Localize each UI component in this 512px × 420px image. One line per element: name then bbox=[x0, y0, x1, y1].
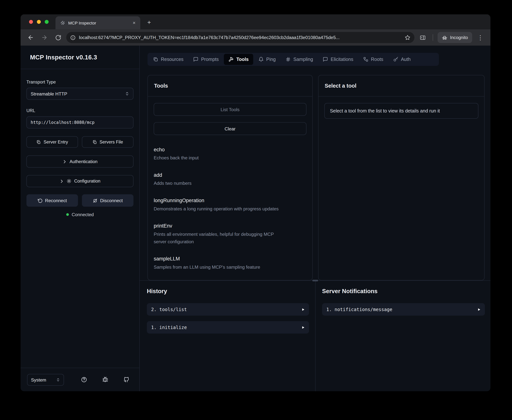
history-item[interactable]: 2. tools/list bbox=[147, 303, 309, 315]
resize-handle[interactable] bbox=[312, 280, 318, 281]
tools-panel: Tools List Tools Clear echo Echoes back … bbox=[147, 75, 313, 280]
tab-tools[interactable]: Tools bbox=[224, 54, 253, 65]
tool-list-item-add[interactable]: add Adds two numbers bbox=[154, 172, 306, 187]
tab-title: MCP Inspector bbox=[68, 20, 128, 25]
back-icon[interactable] bbox=[25, 32, 36, 43]
authentication-expander[interactable]: Authentication bbox=[26, 156, 133, 168]
history-item-label: 1. initialize bbox=[151, 325, 187, 330]
tool-detail-body: Select a tool from the list to view its … bbox=[319, 97, 484, 280]
tab-label: Sampling bbox=[293, 57, 313, 62]
transport-type-select[interactable]: Streamable HTTP bbox=[26, 88, 133, 100]
tool-list-item-longrunningoperation[interactable]: longRunningOperation Demonstrates a long… bbox=[154, 197, 306, 213]
incognito-label: Incognito bbox=[450, 35, 468, 40]
gear-icon bbox=[67, 179, 72, 183]
status-label: Connected bbox=[72, 212, 94, 217]
reconnect-button[interactable]: Reconnect bbox=[26, 194, 78, 207]
server-url-input[interactable] bbox=[26, 116, 133, 128]
github-icon[interactable] bbox=[123, 376, 130, 383]
tab-close-icon[interactable]: × bbox=[131, 20, 137, 26]
bookmark-star-icon[interactable] bbox=[405, 35, 411, 40]
minimize-window-button[interactable] bbox=[37, 20, 41, 24]
list-tools-button[interactable]: List Tools bbox=[154, 103, 306, 116]
address-bar[interactable]: localhost:6274/?MCP_PROXY_AUTH_TOKEN=ec1… bbox=[66, 32, 414, 43]
browser-tabstrip: MCP Inspector × + bbox=[21, 14, 490, 29]
server-entry-button[interactable]: Server Entry bbox=[26, 136, 78, 148]
copy-icon bbox=[37, 140, 41, 144]
tab-label: Ping bbox=[266, 57, 276, 62]
incognito-icon bbox=[442, 35, 448, 40]
chevron-up-down-icon bbox=[125, 91, 129, 96]
hammer-icon bbox=[229, 57, 234, 62]
close-window-button[interactable] bbox=[29, 20, 33, 24]
tool-list-item-samplellm[interactable]: sampleLLM Samples from an LLM using MCP'… bbox=[154, 255, 306, 271]
help-icon[interactable] bbox=[81, 376, 87, 383]
tab-label: Resources bbox=[161, 57, 183, 62]
url-text[interactable]: localhost:6274/?MCP_PROXY_AUTH_TOKEN=ec1… bbox=[79, 35, 401, 40]
tool-name: add bbox=[154, 172, 306, 179]
configuration-expander[interactable]: Configuration bbox=[26, 175, 133, 187]
browser-window: MCP Inspector × + localhost:6274/?MCP_PR… bbox=[21, 14, 490, 391]
forward-icon[interactable] bbox=[39, 32, 50, 43]
tab-label: Auth bbox=[401, 57, 411, 62]
chevron-right-icon bbox=[62, 159, 67, 164]
desktop: MCP Inspector × + localhost:6274/?MCP_PR… bbox=[0, 0, 512, 420]
browser-tab[interactable]: MCP Inspector × bbox=[55, 16, 140, 29]
expand-play-icon bbox=[301, 325, 305, 329]
tab-roots[interactable]: Roots bbox=[359, 54, 388, 65]
servers-file-label: Servers File bbox=[99, 140, 123, 144]
workflow-icon bbox=[363, 57, 368, 62]
tab-prompts[interactable]: Prompts bbox=[189, 54, 223, 65]
tab-auth[interactable]: Auth bbox=[389, 54, 415, 65]
message-square-icon bbox=[323, 57, 328, 62]
main-content: Resources Prompts Tools Ping bbox=[140, 45, 490, 391]
configuration-label: Configuration bbox=[74, 179, 100, 183]
status-dot bbox=[66, 213, 69, 216]
history-item[interactable]: 1. initialize bbox=[147, 321, 309, 333]
history-item-label: 2. tools/list bbox=[151, 307, 187, 312]
theme-value: System bbox=[31, 377, 46, 382]
tab-elicitations[interactable]: Elicitations bbox=[318, 54, 358, 65]
bug-icon[interactable] bbox=[102, 376, 108, 383]
site-info-icon[interactable] bbox=[70, 35, 76, 40]
tool-description: Samples from an LLM using MCP's sampling… bbox=[154, 263, 306, 271]
zoom-window-button[interactable] bbox=[45, 20, 49, 24]
tab-sampling[interactable]: Sampling bbox=[281, 54, 318, 65]
tool-list-item-printenv[interactable]: printEnv Prints all environment variable… bbox=[154, 222, 306, 246]
notification-item-label: 1. notifications/message bbox=[326, 307, 392, 312]
tab-ping[interactable]: Ping bbox=[254, 54, 280, 65]
server-notifications-title: Server Notifications bbox=[322, 288, 485, 295]
tool-name: sampleLLM bbox=[154, 255, 306, 262]
new-tab-button[interactable]: + bbox=[145, 18, 153, 27]
panels-row: Tools List Tools Clear echo Echoes back … bbox=[147, 75, 485, 280]
disconnect-button[interactable]: Disconnect bbox=[82, 194, 134, 207]
tool-detail-placeholder: Select a tool from the list to view its … bbox=[324, 103, 479, 119]
disconnect-icon bbox=[92, 198, 97, 203]
tool-description: Adds two numbers bbox=[154, 180, 306, 187]
server-notifications-section: Server Notifications 1. notifications/me… bbox=[315, 281, 490, 391]
tab-label: Tools bbox=[236, 57, 249, 62]
expand-play-icon bbox=[301, 308, 305, 311]
notification-item[interactable]: 1. notifications/message bbox=[322, 303, 485, 315]
theme-select[interactable]: System bbox=[27, 374, 64, 386]
tab-label: Elicitations bbox=[331, 57, 353, 62]
sidebar-footer: System bbox=[21, 368, 139, 391]
authentication-label: Authentication bbox=[69, 159, 97, 164]
tool-name: printEnv bbox=[154, 222, 306, 229]
connection-status: Connected bbox=[26, 212, 133, 217]
side-panel-icon[interactable] bbox=[417, 32, 428, 43]
tab-resources[interactable]: Resources bbox=[148, 54, 188, 65]
key-icon bbox=[393, 57, 398, 62]
app-title: MCP Inspector v0.16.3 bbox=[30, 54, 97, 61]
clear-tools-button[interactable]: Clear bbox=[154, 122, 306, 135]
tab-label: Prompts bbox=[201, 57, 219, 62]
tool-list-item-echo[interactable]: echo Echoes back the input bbox=[154, 146, 306, 162]
files-icon bbox=[153, 57, 158, 62]
servers-file-button[interactable]: Servers File bbox=[82, 136, 134, 148]
reload-icon[interactable] bbox=[53, 32, 64, 43]
bell-icon bbox=[259, 57, 264, 62]
browser-menu-icon[interactable]: ⋮ bbox=[475, 32, 486, 43]
bottom-split: History 2. tools/list 1. initialize Serv… bbox=[140, 280, 490, 391]
tool-description: Echoes back the input bbox=[154, 154, 306, 162]
incognito-badge: Incognito bbox=[438, 32, 472, 43]
tab-label: Roots bbox=[371, 57, 383, 62]
